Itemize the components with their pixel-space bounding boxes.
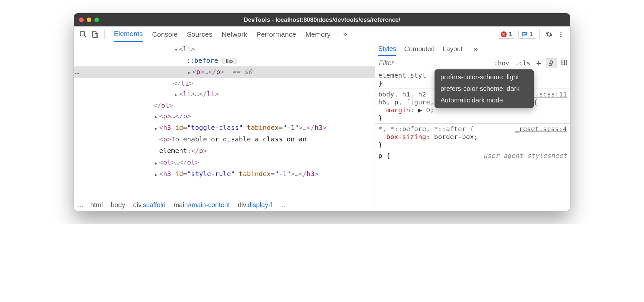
flex-badge[interactable]: flex (222, 58, 237, 64)
dropdown-item-auto-dark[interactable]: Automatic dark mode (435, 94, 534, 106)
crumb-div-display[interactable]: div.display-f (235, 201, 275, 209)
filter-input[interactable] (375, 59, 493, 67)
close-window-button[interactable] (79, 18, 84, 22)
window-title: DevTools - localhost:8080/docs/devtools/… (244, 17, 400, 23)
rule-box-sizing[interactable]: _reset.scss:4 *, *::before, *::after { b… (375, 124, 570, 150)
rendering-emulation-icon[interactable] (546, 58, 557, 68)
dom-node[interactable]: <p>To enable or disable a class on an (74, 134, 375, 145)
message-counter[interactable]: 1 (518, 30, 536, 39)
kebab-menu-icon[interactable] (555, 28, 567, 40)
maximize-window-button[interactable] (94, 18, 99, 22)
svg-point-6 (560, 34, 562, 35)
main-toolbar: Elements Console Sources Network Perform… (74, 26, 570, 42)
styles-subtabs: Styles Computed Layout » (375, 42, 570, 56)
crumb-div-scaffold[interactable]: div.scaffold (130, 201, 168, 209)
traffic-lights (79, 18, 99, 22)
panel-tabs: Elements Console Sources Network Perform… (108, 26, 498, 42)
svg-rect-4 (523, 34, 525, 34)
dom-node[interactable]: <ol>…</ol> (74, 157, 375, 169)
minimize-window-button[interactable] (87, 18, 91, 22)
dropdown-item-light[interactable]: prefers-color-scheme: light (435, 71, 534, 83)
crumb-html[interactable]: html (88, 201, 106, 209)
dom-close[interactable]: </ol> (74, 100, 375, 111)
titlebar: DevTools - localhost:8080/docs/devtools/… (74, 13, 570, 26)
dom-node-selected[interactable]: <p>…</p> == $0 (74, 66, 375, 78)
dom-pseudo[interactable]: ::before flex (74, 55, 375, 66)
settings-icon[interactable] (543, 28, 555, 40)
error-icon: ✕ (501, 31, 507, 37)
devtools-window: DevTools - localhost:8080/docs/devtools/… (74, 13, 570, 211)
dropdown-item-dark[interactable]: prefers-color-scheme: dark (435, 83, 534, 94)
new-rule-button[interactable]: + (535, 58, 542, 68)
issue-counters: ✕ 1 1 (498, 30, 536, 39)
tab-performance[interactable]: Performance (256, 26, 296, 42)
styles-filter-row: :hov .cls + (375, 56, 570, 70)
tab-sources[interactable]: Sources (187, 26, 212, 42)
dom-tree[interactable]: <li> ::before flex <p>…</p> == $0 </li> … (74, 42, 375, 199)
dom-close[interactable]: </li> (74, 78, 375, 89)
toggle-sidebar-icon[interactable] (560, 59, 568, 67)
dom-text-cont[interactable]: element:</p> (74, 145, 375, 157)
svg-point-5 (560, 31, 562, 33)
tab-network[interactable]: Network (222, 26, 247, 42)
subtab-computed[interactable]: Computed (404, 42, 435, 56)
device-toggle-icon[interactable] (89, 28, 101, 40)
svg-rect-9 (561, 60, 567, 65)
svg-point-7 (560, 36, 562, 37)
more-subtabs-icon[interactable]: » (471, 45, 481, 54)
breadcrumb-overflow-right[interactable]: … (278, 201, 287, 209)
message-count: 1 (530, 31, 533, 38)
more-tabs-icon[interactable]: » (340, 30, 350, 39)
dom-node[interactable]: <h3 id="style-rule" tabindex="-1">…</h3> (74, 169, 375, 180)
crumb-body[interactable]: body (108, 201, 128, 209)
subtab-styles[interactable]: Styles (378, 42, 396, 56)
crumb-main[interactable]: main#main-content (171, 201, 232, 209)
tab-elements[interactable]: Elements (114, 26, 143, 42)
hov-toggle[interactable]: :hov (493, 59, 511, 67)
dom-node[interactable]: <h3 id="toggle-class" tabindex="-1">…</h… (74, 122, 375, 134)
subtab-layout[interactable]: Layout (443, 42, 463, 56)
breadcrumb: … html body div.scaffold main#main-conte… (74, 199, 375, 211)
error-counter[interactable]: ✕ 1 (498, 30, 515, 39)
cls-toggle[interactable]: .cls (514, 59, 532, 67)
error-count: 1 (509, 31, 512, 38)
inspect-element-icon[interactable] (77, 28, 89, 40)
dom-node[interactable]: <li> (74, 44, 375, 55)
svg-rect-3 (523, 33, 526, 33)
ua-stylesheet-label: user agent stylesheet (483, 152, 567, 160)
source-link[interactable]: _reset.scss:4 (515, 125, 567, 133)
tab-console[interactable]: Console (152, 26, 178, 42)
dom-node[interactable]: <li>…</li> (74, 89, 375, 100)
svg-rect-1 (93, 31, 96, 37)
tab-memory[interactable]: Memory (305, 26, 331, 42)
svg-rect-8 (549, 63, 551, 65)
dom-node[interactable]: <p>…</p> (74, 111, 375, 122)
styles-panel: Styles Computed Layout » :hov .cls + (375, 42, 570, 211)
rendering-dropdown: prefers-color-scheme: light prefers-colo… (435, 69, 534, 108)
elements-panel: <li> ::before flex <p>…</p> == $0 </li> … (74, 42, 375, 211)
rule-ua-p[interactable]: user agent stylesheet p { (375, 150, 570, 161)
panel-body: <li> ::before flex <p>…</p> == $0 </li> … (74, 42, 570, 211)
message-icon (521, 31, 528, 38)
breadcrumb-overflow-left[interactable]: … (76, 201, 85, 209)
